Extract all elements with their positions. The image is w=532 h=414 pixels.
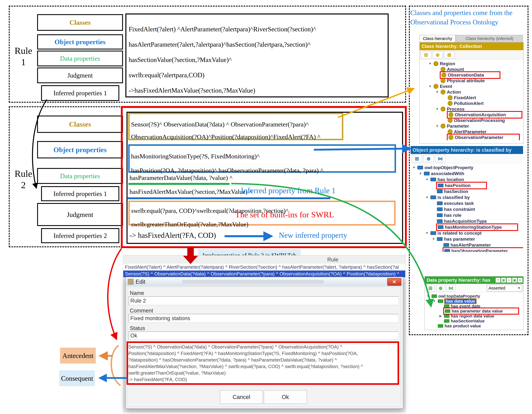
tree-row[interactable]: PollutionAlert (420, 100, 523, 106)
tree-label[interactable]: PollutionAlert (454, 101, 484, 106)
expand-down-icon[interactable]: ▼ (428, 62, 433, 66)
tree-row[interactable]: ▼owl:topObjectProperty (411, 165, 523, 171)
tree-label[interactable]: has product value (445, 324, 481, 328)
expand-down-icon[interactable]: ▼ (425, 196, 429, 199)
swrltab-rule2-row-selected[interactable]: Sensor(?S) ^ ObservationData(?data) ^ Ob… (123, 271, 405, 277)
rule-editor-textarea[interactable]: Sensor(?S) ^ ObservationData(?data) ^ Ob… (128, 344, 396, 383)
tree-row[interactable]: has product value (426, 323, 523, 328)
tree-row[interactable]: has parameter data value (426, 308, 523, 314)
tree-row[interactable]: Physical attribute (420, 78, 523, 84)
tree-label[interactable]: Physical attribute (447, 78, 485, 83)
tree-row[interactable]: ObservationData (420, 72, 523, 78)
tree-label[interactable]: has constraint (444, 207, 475, 212)
tree-label[interactable]: hasMonitoringStationType (445, 225, 502, 230)
tree-label[interactable]: ObservationProcessing (454, 118, 505, 123)
tree-label[interactable]: owl:topObjectProperty (425, 165, 473, 170)
tree-label[interactable]: hasAlertParameter (451, 242, 491, 248)
comment-field[interactable]: Fixed monitoring stations (129, 314, 399, 323)
tree-label[interactable]: is related to concept (437, 231, 482, 236)
name-field[interactable]: Rule 2 (129, 296, 399, 305)
tree-label[interactable]: ObservationParameter (455, 135, 504, 140)
delete-property-icon[interactable]: ⋈ (446, 285, 455, 292)
tree-row[interactable]: ▼is related to concept (411, 230, 523, 236)
tree-row[interactable]: ObservationAcquisition (420, 112, 523, 118)
close-panel-icon[interactable]: ✕ (518, 278, 522, 283)
edit-dialog-titlebar[interactable]: Edit ✕ (126, 277, 403, 286)
tree-label[interactable]: Action (447, 89, 461, 95)
expand-down-icon[interactable]: ▼ (425, 178, 429, 181)
tree-label[interactable]: Region (440, 61, 455, 66)
tree-row[interactable]: hasSectionValue (426, 318, 523, 323)
expand-down-icon[interactable]: ▼ (432, 299, 437, 303)
tree-row[interactable]: has constraint (411, 206, 523, 212)
tree-row[interactable]: FixedAlert (420, 95, 523, 100)
expand-down-icon[interactable]: ▼ (435, 90, 440, 94)
expand-down-icon[interactable]: ▼ (435, 107, 440, 111)
asserted-dropdown[interactable]: Asserted ▼ (487, 285, 522, 292)
tree-row[interactable]: executes task (411, 200, 523, 206)
tree-row[interactable]: ▼is classified by (411, 194, 523, 200)
ok-button[interactable]: Ok (264, 390, 307, 404)
maximize-icon[interactable]: ▣ (512, 278, 517, 283)
tree-label[interactable]: Event (440, 84, 452, 89)
tree-row[interactable]: hasPosition (411, 182, 523, 188)
expand-right-icon[interactable]: ▶ (438, 314, 443, 318)
tree-row[interactable]: ▼Parameter (420, 123, 523, 129)
tree-label[interactable]: hasSection (444, 189, 468, 194)
expand-down-icon[interactable]: ▼ (431, 237, 436, 241)
tree-row[interactable]: hasSection (411, 188, 523, 194)
add-subclass-icon[interactable]: ⊞ (421, 51, 431, 59)
delete-class-icon[interactable]: ⊠ (444, 51, 455, 59)
list-view-icon[interactable]: ≡ (507, 278, 512, 283)
tree-label[interactable]: has location (437, 177, 464, 182)
tree-label[interactable]: owl:topDataProperty (438, 294, 480, 299)
tree-label[interactable]: is classified by (437, 195, 470, 200)
tree-label[interactable]: hasAcquisitionType (444, 219, 487, 224)
swrltab-rule1-row[interactable]: FixedAlert(?alert) ^ AlertParameter(?ale… (123, 264, 405, 270)
expand-down-icon[interactable]: ▼ (411, 166, 417, 169)
expand-down-icon[interactable]: ▼ (435, 124, 440, 128)
cancel-button[interactable]: Cancel (220, 390, 263, 404)
tree-label[interactable]: hasSectionValue (451, 319, 484, 323)
expand-down-icon[interactable]: ▼ (425, 231, 429, 235)
tree-row[interactable]: ▼Region (420, 61, 523, 67)
close-icon[interactable]: ✕ (387, 278, 401, 286)
split-view-icon[interactable]: ▥ (501, 278, 506, 283)
expand-down-icon[interactable]: ▼ (418, 172, 423, 175)
tree-row[interactable]: ▼owl:topDataProperty (426, 294, 523, 299)
tree-label[interactable]: ObservationAcquisition (455, 112, 506, 117)
tree-label[interactable]: has role (444, 213, 461, 218)
tree-label[interactable]: FixedAlert (454, 95, 476, 100)
help-icon[interactable]: ? (496, 278, 500, 283)
expand-down-icon[interactable]: ▼ (428, 85, 433, 88)
tree-row[interactable]: hasMonitoringStationType (411, 224, 523, 230)
tree-label[interactable]: has data value (445, 299, 476, 304)
tree-label[interactable]: hasPosition (445, 183, 471, 188)
tree-label[interactable]: has parameter (444, 237, 475, 242)
tree-label[interactable]: ObservationData (448, 72, 484, 78)
tree-row[interactable]: ▼has data value (426, 299, 523, 304)
tree-row[interactable]: ObservationParameter (420, 135, 523, 140)
tree-row[interactable]: ▼associatedWith (411, 171, 523, 177)
tree-row[interactable]: ▼Action (420, 89, 523, 95)
tree-label[interactable]: has region data value (451, 314, 494, 318)
tree-row[interactable]: has role (411, 212, 523, 218)
add-subproperty-icon[interactable]: ⊞ (426, 285, 435, 292)
tree-row[interactable]: hasObservationParameter (411, 248, 523, 252)
add-sibling-property-icon[interactable]: ⊕ (436, 285, 445, 292)
status-field[interactable]: Ok (129, 332, 399, 340)
tree-label[interactable]: Parameter (447, 123, 469, 129)
tree-row[interactable]: ▼Event (420, 84, 523, 89)
expand-down-icon[interactable]: ▼ (426, 294, 431, 298)
add-subproperty-icon[interactable]: ⊞ (412, 155, 422, 162)
tree-label[interactable]: hasObservationParameter (451, 248, 508, 252)
tree-row[interactable]: ▼has parameter (411, 236, 523, 242)
tab-class-hierarchy[interactable]: Class hierarchy (419, 35, 456, 42)
delete-property-icon[interactable]: ⋈ (435, 155, 446, 162)
add-sibling-class-icon[interactable]: ⊕ (432, 51, 443, 59)
tree-label[interactable]: associatedWith (431, 171, 464, 176)
add-sibling-property-icon[interactable]: ⊕ (423, 155, 434, 162)
tree-label[interactable]: has parameter data value (452, 309, 503, 314)
tab-class-hierarchy-inferred[interactable]: Class hierarchy (inferred) (456, 35, 523, 42)
tree-label[interactable]: executes task (444, 201, 474, 206)
